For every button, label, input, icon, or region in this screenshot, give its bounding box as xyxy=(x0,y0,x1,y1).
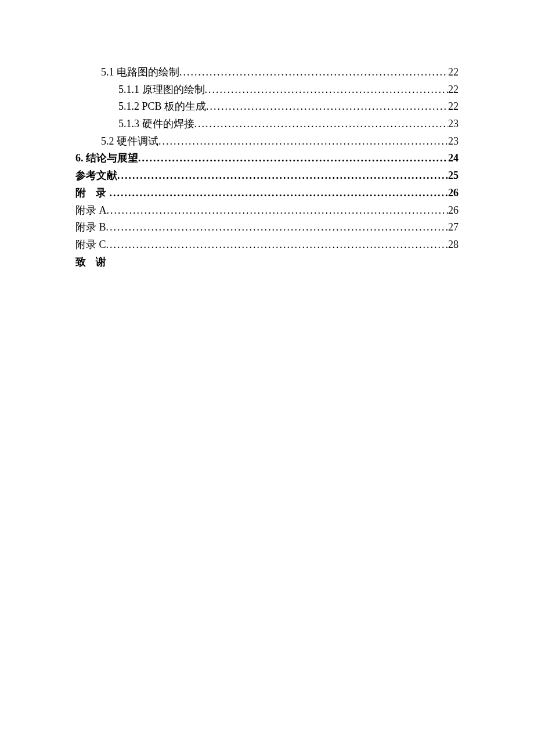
toc-dots xyxy=(158,133,448,150)
toc-label: 附录 C xyxy=(75,236,106,254)
toc-dots xyxy=(117,167,448,185)
toc-entry: 参考文献 25 xyxy=(75,167,459,185)
toc-entry: 附录 A 26 xyxy=(75,202,459,219)
toc-label: 5.2 硬件调试 xyxy=(101,133,158,150)
toc-label: 5.1.1 原理图的绘制 xyxy=(118,81,205,99)
toc-page: 28 xyxy=(448,236,459,254)
toc-entry: 5.1.1 原理图的绘制 22 xyxy=(75,81,459,99)
toc-page: 22 xyxy=(448,81,459,99)
toc-entry: 附 录 26 xyxy=(75,185,459,202)
toc-dots xyxy=(138,150,448,167)
toc-page: 26 xyxy=(448,185,459,202)
toc-dots xyxy=(110,185,449,202)
toc-entry: 5.1.2 PCB 板的生成 22 xyxy=(75,98,459,116)
toc-page: 22 xyxy=(448,64,459,81)
toc-entry: 6. 结论与展望 24 xyxy=(75,150,459,167)
toc-entry: 附录 B 27 xyxy=(75,219,459,236)
toc-dots xyxy=(106,219,448,236)
toc-entry: 附录 C 28 xyxy=(75,236,459,254)
toc-dots xyxy=(205,81,449,99)
toc-entry: 5.2 硬件调试 23 xyxy=(75,133,459,150)
toc-label: 参考文献 xyxy=(75,167,117,185)
toc-label: 6. 结论与展望 xyxy=(75,150,138,167)
toc-dots xyxy=(179,64,448,81)
toc-label: 致 谢 xyxy=(75,254,110,271)
toc-dots xyxy=(206,98,448,116)
toc-entry: 5.1 电路图的绘制 22 xyxy=(75,64,459,81)
toc-label: 5.1.2 PCB 板的生成 xyxy=(118,98,206,116)
toc-label: 附 录 xyxy=(75,185,110,202)
toc-dots xyxy=(107,202,449,219)
toc-label: 5.1.3 硬件的焊接 xyxy=(118,116,194,133)
toc-entry: 致 谢 xyxy=(75,254,459,271)
toc-dots xyxy=(106,236,448,254)
toc-page: 23 xyxy=(448,133,459,150)
toc-page: 26 xyxy=(448,202,459,219)
toc-label: 附录 A xyxy=(75,202,107,219)
toc-container: 5.1 电路图的绘制 22 5.1.1 原理图的绘制 22 5.1.2 PCB … xyxy=(75,64,459,271)
toc-page: 25 xyxy=(448,167,459,185)
toc-entry: 5.1.3 硬件的焊接 23 xyxy=(75,116,459,133)
toc-page: 27 xyxy=(448,219,459,236)
toc-dots xyxy=(194,116,449,133)
toc-page: 22 xyxy=(448,98,459,116)
toc-page: 24 xyxy=(448,150,459,167)
toc-label: 附录 B xyxy=(75,219,106,236)
toc-label: 5.1 电路图的绘制 xyxy=(101,64,179,81)
toc-page: 23 xyxy=(448,116,459,133)
